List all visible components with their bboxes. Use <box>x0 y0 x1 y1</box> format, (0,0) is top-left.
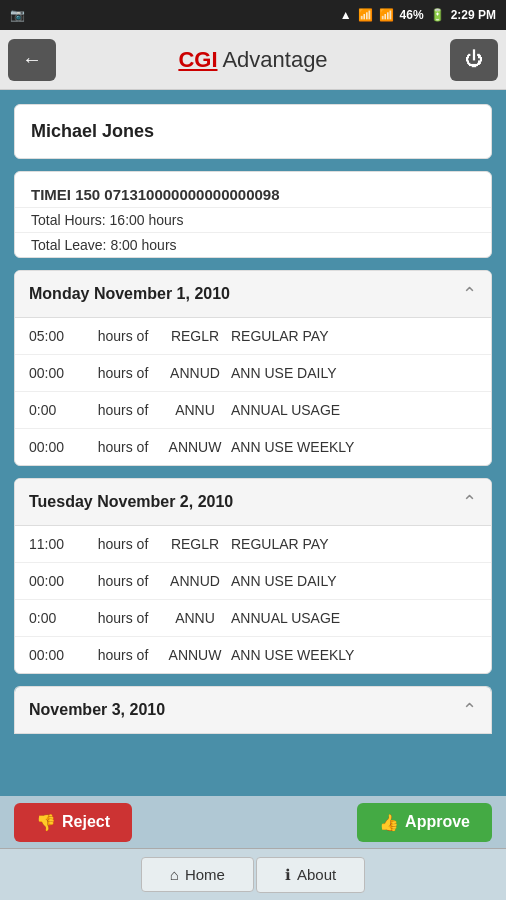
status-right: ▲ 📶 📶 46% 🔋 2:29 PM <box>340 8 496 22</box>
reject-button[interactable]: 👎 Reject <box>14 803 132 842</box>
table-row: 0:00 hours of ANNU ANNUAL USAGE <box>15 600 491 637</box>
camera-icon: 📷 <box>10 8 25 22</box>
nav-bar: ← CGI Advantage ⏻ <box>0 30 506 90</box>
time-label: hours of <box>87 365 159 381</box>
approve-icon: 👍 <box>379 813 399 832</box>
approve-label: Approve <box>405 813 470 831</box>
time-code: ANNUW <box>159 439 231 455</box>
advantage-label: Advantage <box>218 47 328 72</box>
cgi-label: CGI <box>178 47 217 72</box>
table-row: 00:00 hours of ANNUW ANN USE WEEKLY <box>15 429 491 465</box>
wifi-icon: ▲ <box>340 8 352 22</box>
time-label: hours of <box>87 328 159 344</box>
time-label: hours of <box>87 647 159 663</box>
time-label: hours of <box>87 610 159 626</box>
table-row: 00:00 hours of ANNUD ANN USE DAILY <box>15 355 491 392</box>
timeentry-id: TIMEI 150 071310000000000000098 <box>15 172 491 207</box>
power-icon: ⏻ <box>465 49 483 70</box>
chevron-up-icon-monday: ⌃ <box>462 283 477 305</box>
back-icon: ← <box>22 48 42 71</box>
signal-icon: 📶 <box>358 8 373 22</box>
time-label: hours of <box>87 402 159 418</box>
time-code: ANNUD <box>159 573 231 589</box>
time-val: 11:00 <box>29 536 87 552</box>
action-bar: 👎 Reject 👍 Approve <box>0 796 506 848</box>
status-bar: 📷 ▲ 📶 📶 46% 🔋 2:29 PM <box>0 0 506 30</box>
time-code: REGLR <box>159 328 231 344</box>
about-icon: ℹ <box>285 866 291 884</box>
time-label: hours of <box>87 573 159 589</box>
day-title-partial: November 3, 2010 <box>29 701 165 719</box>
about-button[interactable]: ℹ About <box>256 857 365 893</box>
time-desc: ANN USE DAILY <box>231 365 477 381</box>
time-desc: REGULAR PAY <box>231 328 477 344</box>
reject-label: Reject <box>62 813 110 831</box>
home-button[interactable]: ⌂ Home <box>141 857 254 892</box>
battery-icon: 🔋 <box>430 8 445 22</box>
day-header-partial[interactable]: November 3, 2010 ⌃ <box>15 687 491 734</box>
time-code: ANNU <box>159 610 231 626</box>
time-val: 00:00 <box>29 647 87 663</box>
power-button[interactable]: ⏻ <box>450 39 498 81</box>
table-row: 05:00 hours of REGLR REGULAR PAY <box>15 318 491 355</box>
day-title-monday: Monday November 1, 2010 <box>29 285 230 303</box>
table-row: 00:00 hours of ANNUD ANN USE DAILY <box>15 563 491 600</box>
approve-button[interactable]: 👍 Approve <box>357 803 492 842</box>
battery-percent: 46% <box>400 8 424 22</box>
home-icon: ⌂ <box>170 866 179 883</box>
total-hours: Total Hours: 16:00 hours <box>15 207 491 232</box>
time-label: hours of <box>87 439 159 455</box>
time-code: ANNUW <box>159 647 231 663</box>
time-val: 05:00 <box>29 328 87 344</box>
timeentry-card: TIMEI 150 071310000000000000098 Total Ho… <box>14 171 492 258</box>
time-val: 00:00 <box>29 365 87 381</box>
time-label: hours of <box>87 536 159 552</box>
day-header-monday[interactable]: Monday November 1, 2010 ⌃ <box>15 271 491 318</box>
time-val: 0:00 <box>29 610 87 626</box>
time-code: ANNU <box>159 402 231 418</box>
status-left: 📷 <box>10 8 25 22</box>
user-card: Michael Jones <box>14 104 492 159</box>
back-button[interactable]: ← <box>8 39 56 81</box>
day-title-tuesday: Tuesday November 2, 2010 <box>29 493 233 511</box>
bottom-nav: ⌂ Home ℹ About <box>0 848 506 900</box>
chevron-up-icon-tuesday: ⌃ <box>462 491 477 513</box>
table-row: 00:00 hours of ANNUW ANN USE WEEKLY <box>15 637 491 673</box>
signal2-icon: 📶 <box>379 8 394 22</box>
time-desc: REGULAR PAY <box>231 536 477 552</box>
total-leave: Total Leave: 8:00 hours <box>15 232 491 257</box>
time-val: 0:00 <box>29 402 87 418</box>
reject-icon: 👎 <box>36 813 56 832</box>
time-desc: ANN USE WEEKLY <box>231 439 477 455</box>
home-label: Home <box>185 866 225 883</box>
main-content: Michael Jones TIMEI 150 0713100000000000… <box>0 90 506 796</box>
time-val: 00:00 <box>29 573 87 589</box>
app-title: CGI Advantage <box>56 47 450 73</box>
time-desc: ANNUAL USAGE <box>231 610 477 626</box>
time-desc: ANN USE DAILY <box>231 573 477 589</box>
table-row: 11:00 hours of REGLR REGULAR PAY <box>15 526 491 563</box>
time-desc: ANN USE WEEKLY <box>231 647 477 663</box>
time-val: 00:00 <box>29 439 87 455</box>
time-code: ANNUD <box>159 365 231 381</box>
about-label: About <box>297 866 336 883</box>
day-header-tuesday[interactable]: Tuesday November 2, 2010 ⌃ <box>15 479 491 526</box>
day-card-monday: Monday November 1, 2010 ⌃ 05:00 hours of… <box>14 270 492 466</box>
chevron-up-icon-partial: ⌃ <box>462 699 477 721</box>
day-card-tuesday: Tuesday November 2, 2010 ⌃ 11:00 hours o… <box>14 478 492 674</box>
table-row: 0:00 hours of ANNU ANNUAL USAGE <box>15 392 491 429</box>
time-code: REGLR <box>159 536 231 552</box>
day-card-partial: November 3, 2010 ⌃ <box>14 686 492 734</box>
time-desc: ANNUAL USAGE <box>231 402 477 418</box>
time-display: 2:29 PM <box>451 8 496 22</box>
user-name: Michael Jones <box>31 121 154 141</box>
